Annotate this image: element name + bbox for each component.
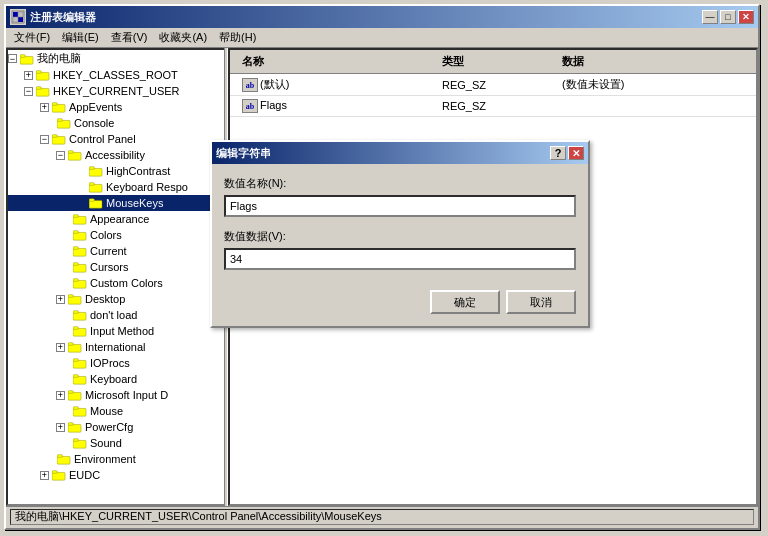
tree-item-international[interactable]: + International <box>8 339 224 355</box>
tree-expander[interactable]: + <box>56 423 65 432</box>
menu-file[interactable]: 文件(F) <box>8 28 56 47</box>
tree-item-customcolors[interactable]: Custom Colors <box>8 275 224 291</box>
svg-rect-32 <box>73 263 78 266</box>
tree-item-hkcr[interactable]: + HKEY_CLASSES_ROOT <box>8 67 224 83</box>
tree-item-appevents[interactable]: + AppEvents <box>8 99 224 115</box>
dialog-confirm-button[interactable]: 确定 <box>430 290 500 314</box>
tree-item-hkcu[interactable]: − HKEY_CURRENT_USER <box>8 83 224 99</box>
tree-expander[interactable]: + <box>40 103 49 112</box>
folder-icon <box>35 68 51 82</box>
tree-item-console[interactable]: Console <box>8 115 224 131</box>
tree-item-microsoftinputd[interactable]: + Microsoft Input D <box>8 387 224 403</box>
col-header-data: 数据 <box>554 52 752 71</box>
tree-label: Environment <box>74 453 136 465</box>
table-rows: ab(默认) REG_SZ (数值未设置) abFlags REG_SZ <box>230 74 756 117</box>
tree-expander[interactable]: − <box>56 151 65 160</box>
tree-item-inputmethod[interactable]: Input Method <box>8 323 224 339</box>
tree-item-sound[interactable]: Sound <box>8 435 224 451</box>
close-button[interactable]: ✕ <box>738 10 754 24</box>
table-cell-name: abFlags <box>234 98 434 114</box>
tree-label: Appearance <box>90 213 149 225</box>
tree-item-cursors[interactable]: Cursors <box>8 259 224 275</box>
tree-item-desktop[interactable]: + Desktop <box>8 291 224 307</box>
tree-item-dontload[interactable]: don't load <box>8 307 224 323</box>
tree-expander[interactable]: − <box>8 54 17 63</box>
tree-label: PowerCfg <box>85 421 133 433</box>
tree-item-appearance[interactable]: Appearance <box>8 211 224 227</box>
dialog-help-button[interactable]: ? <box>550 146 566 160</box>
tree-expander[interactable]: + <box>56 391 65 400</box>
menu-bar: 文件(F) 编辑(E) 查看(V) 收藏夹(A) 帮助(H) <box>6 28 758 48</box>
dialog-buttons: 确定 取消 <box>224 290 576 314</box>
tree-item-colors[interactable]: Colors <box>8 227 224 243</box>
svg-rect-53 <box>73 440 86 448</box>
table-cell-data: (数值未设置) <box>554 76 752 93</box>
svg-rect-14 <box>57 119 62 122</box>
folder-icon <box>72 356 88 370</box>
svg-rect-30 <box>73 247 78 250</box>
dialog-title-buttons: ? ✕ <box>550 146 584 160</box>
tree-item-keyboardresp[interactable]: Keyboard Respo <box>8 179 224 195</box>
tree-item-controlpanel[interactable]: − Control Panel <box>8 131 224 147</box>
folder-icon <box>88 196 104 210</box>
maximize-button[interactable]: □ <box>720 10 736 24</box>
table-cell-data <box>554 105 752 107</box>
tree-item-eudc[interactable]: + EUDC <box>8 467 224 483</box>
tree-item-keyboard[interactable]: Keyboard <box>8 371 224 387</box>
menu-help[interactable]: 帮助(H) <box>213 28 262 47</box>
tree-label: don't load <box>90 309 137 321</box>
svg-rect-58 <box>52 471 57 474</box>
tree-item-mouse[interactable]: Mouse <box>8 403 224 419</box>
dialog-close-button[interactable]: ✕ <box>568 146 584 160</box>
tree-item-accessibility[interactable]: − Accessibility <box>8 147 224 163</box>
folder-icon <box>72 308 88 322</box>
svg-rect-12 <box>52 103 57 106</box>
svg-rect-34 <box>73 279 78 282</box>
tree-item-mousekeys[interactable]: MouseKeys <box>8 195 224 211</box>
tree-item-current[interactable]: Current <box>8 243 224 259</box>
tree-panel[interactable]: − 我的电脑+ HKEY_CLASSES_ROOT− HKEY_CURRENT_… <box>6 48 224 506</box>
tree-item-highcontrast[interactable]: HighContrast <box>8 163 224 179</box>
svg-rect-23 <box>89 200 102 208</box>
tree-expander[interactable]: + <box>56 343 65 352</box>
dialog-data-input[interactable] <box>224 248 576 270</box>
svg-rect-37 <box>73 312 86 320</box>
minimize-button[interactable]: — <box>702 10 718 24</box>
app-icon <box>10 9 26 25</box>
svg-rect-38 <box>73 311 78 314</box>
svg-rect-11 <box>52 104 65 112</box>
tree-item-environment[interactable]: Environment <box>8 451 224 467</box>
folder-icon <box>72 260 88 274</box>
menu-view[interactable]: 查看(V) <box>105 28 154 47</box>
tree-label: Current <box>90 245 127 257</box>
tree-expander[interactable]: − <box>40 135 49 144</box>
tree-label: Colors <box>90 229 122 241</box>
table-row[interactable]: abFlags REG_SZ <box>230 96 756 117</box>
table-row[interactable]: ab(默认) REG_SZ (数值未设置) <box>230 74 756 96</box>
col-header-type: 类型 <box>434 52 554 71</box>
tree-label: HKEY_CLASSES_ROOT <box>53 69 178 81</box>
tree-label: Sound <box>90 437 122 449</box>
dialog-cancel-button[interactable]: 取消 <box>506 290 576 314</box>
tree-label: International <box>85 341 146 353</box>
tree-expander[interactable]: + <box>24 71 33 80</box>
folder-icon <box>72 436 88 450</box>
tree-item-mypc[interactable]: − 我的电脑 <box>8 50 224 67</box>
menu-edit[interactable]: 编辑(E) <box>56 28 105 47</box>
svg-rect-50 <box>73 407 78 410</box>
svg-rect-24 <box>89 199 94 202</box>
title-bar: 注册表编辑器 — □ ✕ <box>6 6 758 28</box>
folder-icon <box>56 452 72 466</box>
tree-item-ioprocs[interactable]: IOProcs <box>8 355 224 371</box>
svg-rect-35 <box>68 296 81 304</box>
svg-rect-45 <box>73 376 86 384</box>
dialog-name-input[interactable] <box>224 195 576 217</box>
col-header-name: 名称 <box>234 52 434 71</box>
svg-rect-16 <box>52 135 57 138</box>
menu-favorites[interactable]: 收藏夹(A) <box>153 28 213 47</box>
svg-rect-26 <box>73 215 78 218</box>
tree-expander[interactable]: + <box>40 471 49 480</box>
tree-expander[interactable]: − <box>24 87 33 96</box>
tree-item-powercfg[interactable]: + PowerCfg <box>8 419 224 435</box>
tree-expander[interactable]: + <box>56 295 65 304</box>
